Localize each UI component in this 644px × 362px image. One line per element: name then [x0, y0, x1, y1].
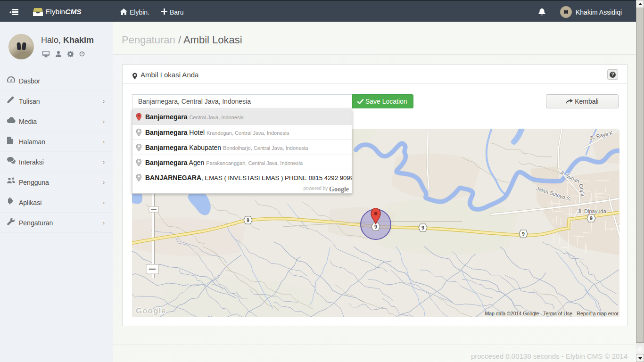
svg-text:9: 9 [590, 215, 593, 221]
svg-text:9: 9 [374, 224, 377, 230]
svg-text:Google: Google [136, 306, 166, 315]
svg-text:9: 9 [421, 225, 424, 230]
svg-text:Map data ©2014 Google: Map data ©2014 Google [485, 311, 539, 316]
svg-text:Terms of Use: Terms of Use [543, 311, 572, 316]
svg-text:Report a map error: Report a map error [577, 311, 619, 316]
svg-text:9: 9 [247, 217, 249, 223]
svg-text:Jl. Dipayuda: Jl. Dipayuda [578, 208, 606, 214]
svg-text:9: 9 [522, 231, 525, 237]
